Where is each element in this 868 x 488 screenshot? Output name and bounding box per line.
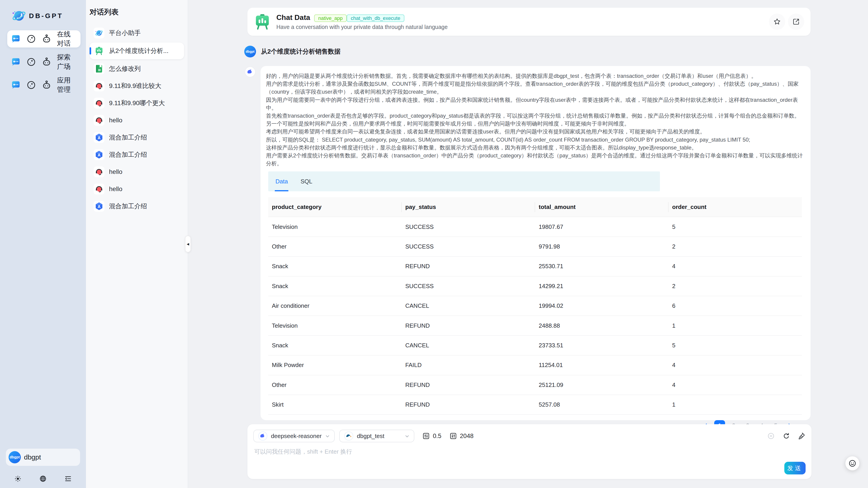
reasoning-paragraph: 另一个可能性是按时间和产品分类，但用户要求两个维度，时间可能需要按年或月分组，但… bbox=[266, 120, 804, 127]
dbgpt-planet-icon bbox=[12, 8, 26, 23]
table-body: Television SUCCESS 19807.67 5 Other SUCC… bbox=[268, 217, 802, 415]
conversation-item[interactable]: A 怎么修改列 bbox=[90, 61, 184, 77]
table-row: Snack CANCEL 23733.51 5 bbox=[268, 336, 802, 356]
conversation-label: 9.11和9.90哪个更大 bbox=[109, 99, 165, 108]
favorite-button[interactable] bbox=[769, 13, 785, 30]
cell-order-count: 2 bbox=[669, 237, 802, 256]
result-tab[interactable]: Data bbox=[276, 172, 288, 191]
conversation-icon: A bbox=[94, 132, 104, 143]
temperature-control[interactable]: 0.5 bbox=[423, 432, 441, 439]
explore-face-icon bbox=[26, 34, 36, 44]
cell-product-category: Television bbox=[268, 316, 402, 335]
clear-broom-icon[interactable] bbox=[798, 432, 806, 440]
message-input[interactable] bbox=[253, 447, 751, 468]
cell-order-count: 6 bbox=[669, 296, 802, 315]
conversation-icon: A bbox=[94, 98, 104, 109]
svg-text:A: A bbox=[98, 205, 101, 209]
reasoning-paragraph: 所以，可能的SQL是： SELECT product_category, pay… bbox=[266, 136, 804, 144]
cell-product-category: Other bbox=[268, 375, 402, 395]
cell-total-amount: 25121.09 bbox=[535, 375, 669, 395]
sidebar-user[interactable]: dbgpt dbgpt bbox=[6, 449, 80, 466]
conversation-label: 混合加工介绍 bbox=[109, 150, 147, 159]
conversation-item[interactable]: A 混合加工介绍 bbox=[90, 130, 184, 145]
conversation-icon: A bbox=[94, 149, 104, 160]
app-subtitle: Have a conversation with your private da… bbox=[276, 24, 447, 30]
table-row: Other REFUND 25121.09 4 bbox=[268, 375, 802, 395]
send-button[interactable]: 发送 bbox=[784, 462, 806, 475]
conversation-label: 从2个维度统计分析... bbox=[109, 47, 168, 55]
max-tokens-control[interactable]: 2048 bbox=[450, 432, 473, 439]
user-avatar: dbgpt bbox=[9, 451, 21, 463]
conversation-item[interactable]: A 9.11和9.90哪个更大 bbox=[90, 95, 184, 111]
svg-text:A: A bbox=[98, 136, 101, 140]
cell-total-amount: 9791.98 bbox=[535, 237, 669, 256]
result-tab[interactable]: SQL bbox=[301, 172, 312, 191]
robot-icon bbox=[41, 34, 52, 44]
collapse-menu-icon[interactable] bbox=[64, 475, 72, 483]
smiley-icon bbox=[848, 459, 857, 468]
conversation-item[interactable]: A 9.11和9.9谁比较大 bbox=[90, 78, 184, 94]
assistant-avatar bbox=[245, 66, 255, 77]
conversation-label: 平台小助手 bbox=[109, 29, 141, 37]
table-row: Air conditioner CANCEL 19994.02 6 bbox=[268, 296, 802, 316]
user-message-row: dbgpt 从2个维度统计分析销售数据 bbox=[244, 46, 341, 57]
conversation-icon: A bbox=[94, 45, 104, 56]
cell-pay-status: REFUND bbox=[402, 375, 535, 395]
cell-product-category: Air conditioner bbox=[268, 296, 402, 315]
header-text: Chat Data native_appchat_with_db_execute… bbox=[276, 13, 447, 30]
conversation-item[interactable]: A hello bbox=[90, 164, 184, 180]
cell-order-count: 2 bbox=[669, 277, 802, 296]
cell-total-amount: 11254.01 bbox=[535, 356, 669, 375]
chat-bubble-icon bbox=[11, 57, 21, 67]
cell-pay-status: CANCEL bbox=[402, 296, 535, 315]
user-message-avatar: dbgpt bbox=[244, 46, 256, 57]
explore-face-icon bbox=[26, 57, 36, 67]
theme-sun-icon[interactable] bbox=[14, 475, 22, 483]
sidebar-nav-item[interactable]: 在线对话 bbox=[7, 30, 81, 48]
conversation-item[interactable]: A 平台小助手 bbox=[90, 25, 184, 41]
cell-order-count: 4 bbox=[669, 375, 802, 395]
model-name: deepseek-reasoner bbox=[271, 433, 321, 439]
table-header-row: product_categorypay_statustotal_amountor… bbox=[268, 197, 802, 217]
refresh-icon[interactable] bbox=[782, 432, 790, 440]
temperature-slider-icon bbox=[423, 432, 430, 439]
panel-collapse-handle[interactable]: ◀ bbox=[185, 236, 191, 252]
language-globe-icon[interactable] bbox=[39, 475, 47, 483]
logo[interactable]: DB-GPT bbox=[0, 0, 86, 23]
model-selector[interactable]: deepseek-reasoner bbox=[253, 430, 335, 442]
cell-order-count: 1 bbox=[669, 395, 802, 414]
cell-product-category: Television bbox=[268, 217, 402, 236]
app-sidebar: DB-GPT bbox=[0, 0, 86, 488]
sidebar-nav-label: 探索广场 bbox=[57, 53, 77, 71]
sidebar-nav: 在线对话 bbox=[0, 30, 86, 94]
cell-product-category: Other bbox=[268, 237, 402, 256]
cell-total-amount: 19994.02 bbox=[535, 296, 669, 315]
composer-actions bbox=[767, 432, 806, 440]
sidebar-nav-label: 应用管理 bbox=[57, 76, 77, 94]
conversation-item[interactable]: A hello bbox=[90, 181, 184, 197]
database-selector[interactable]: dbgpt_test bbox=[339, 430, 414, 442]
page-title: Chat Data bbox=[276, 13, 310, 22]
cell-order-count: 5 bbox=[669, 336, 802, 355]
cell-total-amount: 5257.08 bbox=[535, 395, 669, 414]
conversation-label: 混合加工介绍 bbox=[109, 133, 147, 142]
reasoning-paragraph: 这样按产品分类和付款状态两个维度进行统计，显示总金额和订单数量。数据展示方式适合… bbox=[266, 144, 804, 152]
conversation-item[interactable]: A 混合加工介绍 bbox=[90, 147, 184, 162]
app-tag: chat_with_db_execute bbox=[347, 14, 404, 22]
sidebar-nav-item[interactable]: 探索广场 bbox=[7, 53, 81, 70]
conversation-item[interactable]: A 从2个维度统计分析... bbox=[90, 42, 184, 59]
feedback-fab[interactable] bbox=[845, 456, 859, 470]
sidebar-nav-item[interactable]: 应用管理 bbox=[7, 77, 81, 94]
cell-total-amount: 25530.71 bbox=[535, 257, 669, 276]
result-table: product_categorypay_statustotal_amountor… bbox=[268, 197, 802, 415]
table-row: Snack REFUND 25530.71 4 bbox=[268, 257, 802, 276]
pause-icon[interactable] bbox=[767, 432, 775, 440]
cell-product-category: Snack bbox=[268, 277, 402, 296]
conversation-item[interactable]: A 混合加工介绍 bbox=[90, 199, 184, 214]
header-tags: native_appchat_with_db_execute bbox=[314, 13, 404, 22]
share-button[interactable] bbox=[788, 13, 804, 30]
conversation-label: 9.11和9.9谁比较大 bbox=[109, 82, 161, 90]
temperature-value: 0.5 bbox=[433, 433, 441, 439]
conversation-item[interactable]: A hello bbox=[90, 113, 184, 128]
cell-pay-status: REFUND bbox=[402, 316, 535, 335]
